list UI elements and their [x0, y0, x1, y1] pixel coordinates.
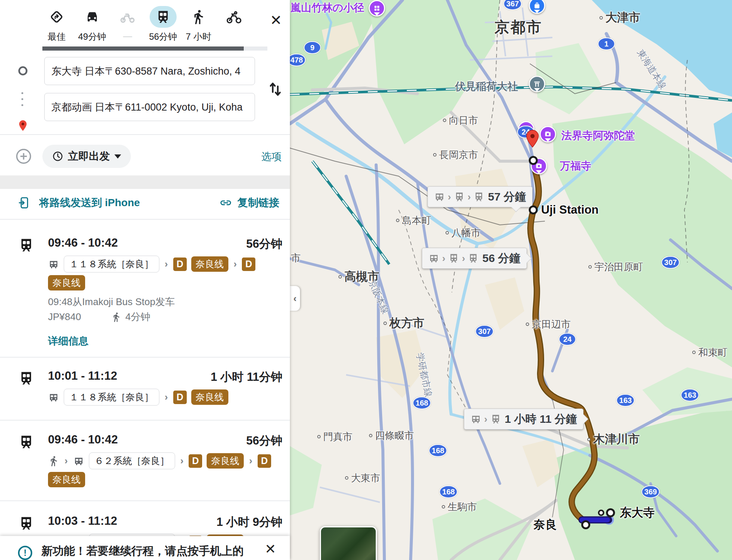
bus-line-pill: ６２系統［奈良］ — [89, 452, 175, 469]
bus-icon — [73, 455, 84, 467]
chevron-right-icon: › — [448, 191, 451, 203]
train-icon — [448, 253, 459, 264]
map-label-木津川市: 木津川市 — [587, 431, 640, 447]
notification-text: 新功能！若要继续行程，请点按手机上的通 — [41, 544, 244, 559]
travel-mode-label: 7 小时 — [186, 31, 211, 43]
travel-mode-moto[interactable]: — — [110, 6, 145, 43]
satellite-layer-thumbnail[interactable] — [320, 526, 377, 560]
route-options-link[interactable]: 选项 — [261, 150, 282, 163]
poi-pin-torii-icon[interactable] — [529, 76, 545, 92]
travel-mode-walk[interactable]: 7 小时 — [181, 6, 216, 43]
notification-close-button[interactable]: ✕ — [265, 541, 276, 557]
bike-icon — [220, 6, 248, 28]
divider — [0, 134, 290, 135]
map-label-京田辺市: 京田辺市 — [526, 318, 571, 331]
road-shield-163: 163 — [681, 389, 699, 401]
directions-panel: 最佳49分钟—56分钟7 小时 ✕ 东大寺 日本〒630-8587 Nara, … — [0, 0, 290, 560]
train-icon — [490, 413, 501, 425]
train-route-icon — [18, 370, 34, 386]
station-label-东大寺: 东大寺 — [620, 505, 655, 521]
city-dot — [339, 275, 342, 279]
station-marker-奈良[interactable] — [581, 520, 590, 529]
copy-link-label: 复制链接 — [237, 196, 279, 210]
walk-icon — [185, 6, 212, 28]
result-duration: 56分钟 — [246, 236, 282, 252]
travel-mode-best[interactable]: 最佳 — [39, 6, 74, 43]
chevron-right-icon: › — [164, 258, 169, 270]
rail-line-badge: 奈良线 — [48, 472, 85, 487]
train-icon — [473, 191, 484, 202]
chevron-right-icon: › — [468, 191, 471, 203]
details-link[interactable]: 详细信息 — [48, 334, 88, 348]
line-letter-badge: D — [258, 454, 271, 468]
map-label-大東市: 大東市 — [345, 472, 380, 485]
road-shield-168: 168 — [439, 485, 458, 498]
city-dot — [345, 476, 348, 480]
destination-value: 京都动画 日本〒611-0002 Kyoto, Uji, Koha — [51, 100, 243, 114]
train-icon — [468, 253, 479, 264]
city-dot — [442, 505, 445, 509]
swap-waypoints-button[interactable] — [267, 79, 284, 99]
travel-mode-label: 56分钟 — [149, 31, 177, 43]
city-dot — [396, 219, 399, 222]
departure-time-selector[interactable]: 立即出发 — [42, 145, 131, 168]
poi-label-伏見稲荷大社[interactable]: 伏見稲荷大社 — [455, 79, 518, 94]
collapse-panel-button[interactable]: ‹ — [290, 286, 300, 311]
station-marker-Uji Station[interactable] — [529, 205, 538, 214]
transit-result-2[interactable]: 10:01 - 11:121 小时 11分钟１１８系統［奈良］›D奈良线 — [0, 369, 290, 414]
poi-label-嵐山竹林の小径[interactable]: 嵐山竹林の小径 — [291, 1, 364, 15]
map-label-四條畷市: 四條畷市 — [369, 429, 414, 442]
city-dot — [600, 16, 603, 19]
travel-mode-tabs: 最佳49分钟—56分钟7 小时 — [39, 6, 251, 43]
transit-icon — [150, 6, 177, 28]
station-label-奈良: 奈良 — [534, 517, 557, 533]
line-letter-badge: D — [173, 258, 187, 271]
destination-pin[interactable] — [523, 129, 542, 150]
travel-mode-transit[interactable]: 56分钟 — [146, 6, 180, 43]
copy-link-button[interactable]: 复制链接 — [219, 196, 279, 210]
city-dot — [384, 322, 387, 325]
close-directions-button[interactable]: ✕ — [268, 12, 284, 28]
route-duration-bubble-1[interactable]: ››57 分鐘 — [428, 186, 532, 207]
result-duration: 1 小时 9分钟 — [216, 514, 282, 530]
divider — [0, 500, 290, 501]
send-to-phone-icon — [18, 196, 31, 209]
moto-icon — [114, 6, 141, 28]
route-duration-bubble-3[interactable]: ›1 小時 11 分鐘 — [464, 409, 584, 430]
result-time-range: 09:46 - 10:42 — [48, 236, 118, 250]
chevron-right-icon: › — [180, 455, 184, 467]
map-label-宇治田原町: 宇治田原町 — [588, 261, 643, 274]
add-destination-button[interactable] — [15, 148, 32, 165]
transit-result-3[interactable]: 09:46 - 10:4256分钟›６２系統［奈良］›D奈良线›D奈良线 — [0, 433, 290, 478]
result-duration: 1 小时 11分钟 — [211, 369, 282, 385]
route-duration-bubble-2[interactable]: ››56 分鐘 — [422, 248, 527, 269]
destination-waypoint-circle — [529, 156, 538, 165]
city-dot — [443, 119, 446, 122]
bubble-duration-label: 56 分鐘 — [482, 251, 520, 266]
send-to-phone-button[interactable]: 将路线发送到 iPhone — [18, 196, 140, 210]
road-shield-1: 1 — [598, 37, 615, 50]
map-canvas[interactable]: 向日市長岡京市島本町八幡市高槻市枚方市京田辺市宇治田原町和束町木津川市門真市四條… — [290, 0, 732, 560]
poi-label-万福寺[interactable]: 万福寺 — [560, 159, 591, 173]
transit-result-1[interactable]: 09:46 - 10:4256分钟１１８系統［奈良］›D奈良线›D奈良线09:4… — [0, 236, 290, 281]
result-time-range: 10:03 - 11:12 — [48, 514, 117, 528]
city-dot — [692, 351, 696, 354]
poi-pin-grid-icon[interactable] — [369, 0, 385, 16]
travel-mode-bike[interactable] — [217, 6, 251, 43]
line-letter-badge: D — [242, 258, 255, 271]
bus-line-pill: １１８系統［奈良］ — [64, 389, 159, 406]
destination-input[interactable]: 京都动画 日本〒611-0002 Kyoto, Uji, Koha — [44, 93, 255, 121]
bus-line-pill: １１８系統［奈良］ — [64, 256, 159, 273]
station-marker-东大寺[interactable] — [606, 508, 615, 517]
share-row: 将路线发送到 iPhone 复制链接 — [0, 189, 290, 219]
map-label-八幡市: 八幡市 — [446, 226, 481, 240]
origin-input[interactable]: 东大寺 日本〒630-8587 Nara, Zoshicho, 4 — [44, 57, 255, 85]
station-label-Uji Station: Uji Station — [541, 203, 598, 217]
chevron-right-icon: › — [484, 413, 488, 425]
train-route-icon — [18, 237, 34, 253]
travel-mode-drive[interactable]: 49分钟 — [75, 6, 110, 43]
poi-label-法界寺阿弥陀堂[interactable]: 法界寺阿弥陀堂 — [561, 129, 635, 143]
city-dot — [369, 434, 372, 437]
road-shield-307: 307 — [475, 325, 494, 338]
map-label-和束町: 和束町 — [692, 346, 728, 359]
